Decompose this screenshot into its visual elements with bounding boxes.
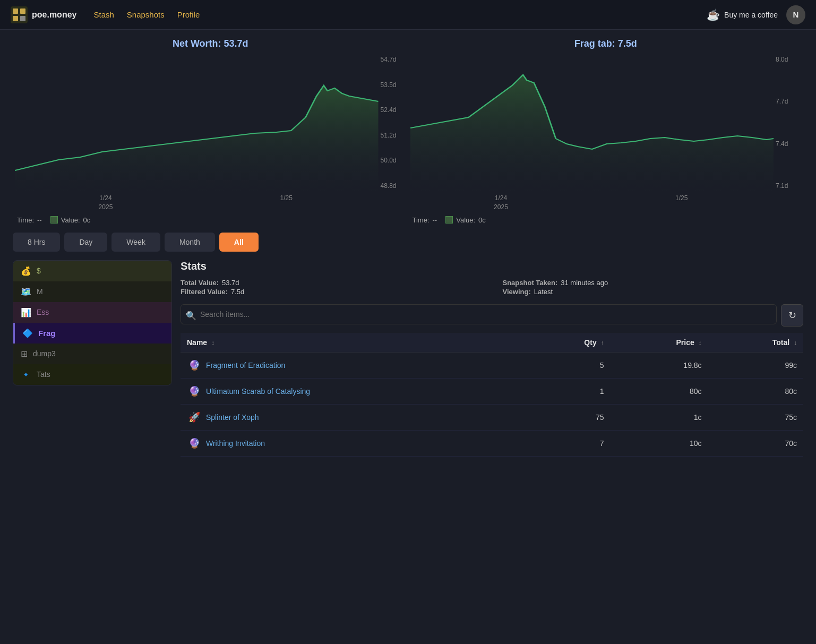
filter-all-button[interactable]: All: [219, 233, 259, 252]
name-sort-icon[interactable]: ↕: [211, 339, 214, 347]
value-value-left: 0c: [83, 216, 91, 224]
qty-sort-icon[interactable]: ↑: [601, 339, 604, 347]
header-right: ☕ Buy me a coffee N: [707, 5, 805, 24]
coffee-icon: ☕: [707, 8, 720, 21]
net-worth-x-labels: 1/24 2025 1/25: [13, 192, 408, 212]
table-row: 🚀 Splinter of Xoph 75 1c 75c: [181, 404, 803, 430]
net-worth-title: Net Worth: 53.7d: [13, 38, 408, 49]
item-price: 10c: [611, 430, 708, 456]
sidebar-item-currency[interactable]: 💰 $: [13, 261, 171, 281]
item-qty: 7: [527, 430, 610, 456]
item-icon: 🔮: [187, 384, 202, 399]
price-sort-icon[interactable]: ↕: [699, 339, 702, 347]
col-qty-header: Qty ↑: [527, 333, 610, 353]
sidebar-item-tats-label: Tats: [37, 370, 50, 379]
total-value-label: Total Value:: [181, 279, 219, 287]
table-row: 🔮 Fragment of Eradication 5 19.8c 99c: [181, 352, 803, 378]
filtered-value: 7.5d: [231, 288, 244, 296]
item-name-cell: 🔮 Fragment of Eradication: [181, 352, 527, 378]
sidebar-item-dump3-label: dump3: [33, 349, 56, 358]
col-total-header: Total ↓: [708, 333, 803, 353]
filtered-value-row: Filtered Value: 7.5d: [181, 288, 482, 296]
table-body: 🔮 Fragment of Eradication 5 19.8c 99c 🔮 …: [181, 352, 803, 456]
sidebar-item-frag[interactable]: 🔷 Frag: [13, 323, 171, 344]
sidebar-item-map[interactable]: 🗺️ M: [13, 281, 171, 302]
sidebar-item-essence-label: Ess: [37, 308, 49, 316]
svg-rect-2: [20, 8, 25, 14]
time-filters: 8 Hrs Day Week Month All: [0, 226, 816, 260]
item-icon: 🔮: [187, 436, 202, 451]
filter-week-button[interactable]: Week: [111, 233, 160, 252]
snapshot-row: Snapshot Taken: 31 minutes ago: [503, 279, 804, 287]
time-value-left: --: [37, 216, 42, 224]
item-name: Ultimatum Scarab of Catalysing: [206, 387, 310, 396]
sidebar-item-frag-label: Frag: [38, 329, 56, 338]
value-indicator-right: [445, 216, 453, 224]
currency-icon: 💰: [21, 266, 31, 276]
net-worth-chart-wrap: 54.7d 53.5d 52.4d 51.2d 50.0d 48.8d: [13, 54, 408, 192]
frag-tab-chart-wrap: 8.0d 7.7d 7.4d 7.1d: [408, 54, 804, 192]
item-price: 80c: [611, 378, 708, 404]
table-header: Name ↕ Qty ↑ Price ↕ Total ↓: [181, 333, 803, 353]
total-sort-icon[interactable]: ↓: [794, 339, 797, 347]
nav-stash[interactable]: Stash: [93, 10, 114, 19]
sidebar-item-tats[interactable]: 🔹 Tats: [13, 364, 171, 385]
sidebar-item-currency-label: $: [37, 267, 41, 275]
item-name-cell: 🔮 Ultimatum Scarab of Catalysing: [181, 378, 527, 404]
stats-grid: Total Value: 53.7d Snapshot Taken: 31 mi…: [181, 279, 803, 296]
col-price-header: Price ↕: [611, 333, 708, 353]
item-qty: 75: [527, 404, 610, 430]
buy-coffee-label: Buy me a coffee: [724, 11, 778, 19]
frag-tab-svg: [410, 54, 774, 192]
dump-icon: ⊞: [21, 349, 28, 359]
map-icon: 🗺️: [21, 287, 31, 297]
item-total: 75c: [708, 404, 803, 430]
user-avatar[interactable]: N: [786, 5, 805, 24]
item-qty: 1: [527, 378, 610, 404]
search-icon: 🔍: [186, 310, 196, 320]
search-input-wrap: 🔍: [181, 304, 777, 327]
charts-section: Net Worth: 53.7d 54.7d 53.5d 52.4d 51.2d…: [0, 30, 816, 226]
filter-month-button[interactable]: Month: [165, 233, 215, 252]
item-name-cell: 🔮 Writhing Invitation: [181, 430, 527, 456]
snapshot-value: 31 minutes ago: [561, 279, 608, 287]
refresh-button[interactable]: ↻: [781, 304, 803, 327]
total-value: 53.7d: [222, 279, 239, 287]
logo-text: poe.money: [32, 10, 76, 20]
refresh-icon: ↻: [788, 310, 796, 321]
search-input[interactable]: [181, 304, 777, 324]
item-name: Writhing Invitation: [206, 439, 265, 448]
item-total: 99c: [708, 352, 803, 378]
item-price: 1c: [611, 404, 708, 430]
table-header-row: Name ↕ Qty ↑ Price ↕ Total ↓: [181, 333, 803, 353]
nav-snapshots[interactable]: Snapshots: [127, 10, 165, 19]
frag-tab-y-labels: 8.0d 7.7d 7.4d 7.1d: [774, 54, 803, 192]
value-value-right: 0c: [478, 216, 486, 224]
item-total: 70c: [708, 430, 803, 456]
viewing-row: Viewing: Latest: [503, 288, 804, 296]
svg-rect-4: [20, 16, 25, 21]
frag-tab-x-labels: 1/24 2025 1/25: [408, 192, 804, 212]
stats-title: Stats: [181, 260, 803, 272]
search-bar: 🔍 ↻: [181, 304, 803, 327]
time-value-right: --: [433, 216, 437, 224]
frag-tab-chart-info: Time: -- Value: 0c: [408, 212, 804, 226]
items-table: Name ↕ Qty ↑ Price ↕ Total ↓: [181, 333, 803, 457]
svg-rect-1: [13, 8, 18, 14]
time-label-right: Time:: [413, 216, 430, 224]
logo-icon: [11, 6, 28, 23]
filtered-value-label: Filtered Value:: [181, 288, 228, 296]
tats-icon: 🔹: [21, 370, 31, 380]
filter-8hrs-button[interactable]: 8 Hrs: [13, 233, 60, 252]
value-label-left: Value:: [61, 216, 80, 224]
viewing-value: Latest: [534, 288, 553, 296]
table-row: 🔮 Ultimatum Scarab of Catalysing 1 80c 8…: [181, 378, 803, 404]
buy-coffee-button[interactable]: ☕ Buy me a coffee: [707, 8, 778, 21]
table-row: 🔮 Writhing Invitation 7 10c 70c: [181, 430, 803, 456]
filter-day-button[interactable]: Day: [64, 233, 107, 252]
sidebar-item-dump3[interactable]: ⊞ dump3: [13, 344, 171, 364]
item-name: Fragment of Eradication: [206, 361, 285, 370]
nav-profile[interactable]: Profile: [177, 10, 200, 19]
sidebar-item-essence[interactable]: 📊 Ess: [13, 302, 171, 323]
net-worth-chart: Net Worth: 53.7d 54.7d 53.5d 52.4d 51.2d…: [13, 38, 408, 226]
